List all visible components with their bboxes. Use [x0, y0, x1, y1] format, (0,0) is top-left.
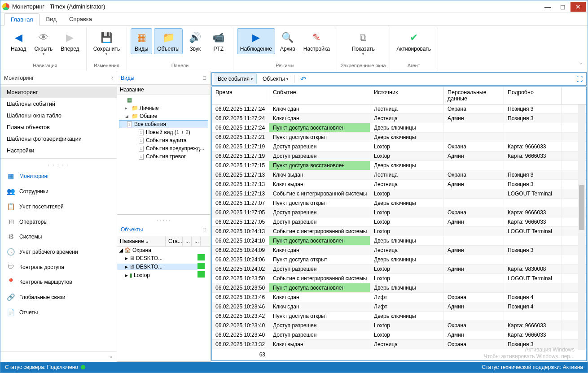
- fwd-button[interactable]: ▶Вперед: [57, 28, 82, 54]
- close-button[interactable]: ✕: [570, 2, 586, 12]
- object-row[interactable]: ▸▮Loxtop: [117, 271, 210, 279]
- subnav-item[interactable]: Шаблоны окна табло: [0, 110, 117, 121]
- archive-button[interactable]: 🔍Архив: [277, 28, 298, 54]
- all-events-dropdown[interactable]: Все события▾: [214, 74, 257, 84]
- ribbon-collapse-icon[interactable]: ⌃: [579, 62, 583, 68]
- show-button[interactable]: ⧉Показать▾: [349, 28, 378, 58]
- table-row[interactable]: 06.02.2025 10:23:40Доступ разрешенLoxtop…: [212, 330, 586, 340]
- table-row[interactable]: 06.02.2025 11:27:19Доступ разрешенLoxtop…: [212, 152, 586, 161]
- table-row[interactable]: 06.02.2025 10:23:32Ключ выданЛестницаОхр…: [212, 340, 586, 349]
- minimize-button[interactable]: —: [540, 2, 555, 12]
- tree-node[interactable]: ◢📁Общие: [119, 112, 208, 120]
- table-row[interactable]: 06.02.2025 11:27:24Ключ сданЛестницаАдми…: [212, 114, 586, 123]
- table-header-cell[interactable]: Персональные данные: [444, 87, 504, 104]
- table-row[interactable]: 06.02.2025 11:27:21Пункт доступа открытД…: [212, 133, 586, 142]
- back-button[interactable]: ◀Назад: [8, 28, 29, 54]
- table-row[interactable]: 06.02.2025 11:27:07Пункт доступа открытД…: [212, 199, 586, 208]
- table-row[interactable]: 06.02.2025 11:27:19Доступ разрешенLoxtop…: [212, 142, 586, 152]
- object-toggle-icon[interactable]: ▸: [125, 264, 128, 270]
- mainnav-item[interactable]: ⚙Системы: [0, 229, 117, 244]
- object-row[interactable]: ◢🏠Охрана: [117, 247, 210, 254]
- table-header-cell[interactable]: Источник: [370, 87, 444, 104]
- maximize-button[interactable]: ◻: [555, 2, 570, 12]
- object-toggle-icon[interactable]: ▸: [125, 272, 128, 278]
- objects-button[interactable]: 📁Объекты: [154, 28, 183, 54]
- views-col-name[interactable]: Название: [117, 85, 210, 95]
- table-row[interactable]: 06.02.2025 11:27:13Ключ выданЛестницаОхр…: [212, 170, 586, 180]
- watch-button[interactable]: ▶Наблюдение: [237, 28, 275, 54]
- tree-node[interactable]: 1Новый вид (1 + 2): [119, 128, 208, 136]
- table-row[interactable]: 06.02.2025 10:24:02Доступ разрешенLoxtop…: [212, 265, 586, 274]
- mainnav-item[interactable]: 👥Сотрудники: [0, 184, 117, 199]
- mainnav-item[interactable]: 🖥Операторы: [0, 214, 117, 229]
- table-row[interactable]: 06.02.2025 11:27:13Ключ выданЛестницаАдм…: [212, 180, 586, 189]
- menu-tab-2[interactable]: Справка: [63, 13, 98, 25]
- table-row[interactable]: 06.02.2025 10:23:40Доступ разрешенLoxtop…: [212, 321, 586, 330]
- object-row[interactable]: ▸🖥DESKTO...: [117, 254, 210, 262]
- table-row[interactable]: 06.02.2025 11:27:05Доступ разрешенLoxtop…: [212, 208, 586, 217]
- table-row[interactable]: 06.02.2025 10:24:06Пункт доступа открытД…: [212, 255, 586, 265]
- object-toggle-icon[interactable]: ▸: [125, 255, 128, 261]
- table-row[interactable]: 06.02.2025 10:24:10Пункт доступа восстан…: [212, 236, 586, 246]
- table-row[interactable]: 06.02.2025 10:23:42Пункт доступа открытД…: [212, 312, 586, 321]
- mainnav-item[interactable]: 🔗Глобальные связи: [0, 290, 117, 305]
- table-row[interactable]: 06.02.2025 10:23:50Пункт доступа восстан…: [212, 283, 586, 293]
- subnav-item[interactable]: Мониторинг: [0, 87, 117, 98]
- mainnav-item[interactable]: ▦Мониторинг: [0, 169, 117, 184]
- panel-splitter[interactable]: . . . . .: [117, 215, 210, 223]
- activate-button[interactable]: ✔Активировать: [394, 28, 434, 54]
- objects-col-status[interactable]: Ста...: [166, 236, 183, 246]
- undo-button[interactable]: ↶: [296, 73, 310, 86]
- table-row[interactable]: 06.02.2025 10:24:09Ключ сданЛестницаАдми…: [212, 246, 586, 255]
- collapse-left-icon[interactable]: ‹: [111, 74, 113, 81]
- objects-col-extra1[interactable]: ...: [183, 236, 192, 246]
- mainnav-item[interactable]: 🕓Учет рабочего времени: [0, 244, 117, 260]
- subnav-item[interactable]: Шаблоны событий: [0, 98, 117, 110]
- mainnav-item[interactable]: 📍Контроль маршрутов: [0, 274, 117, 290]
- tree-toggle-icon[interactable]: ▸: [125, 106, 130, 110]
- tree-node[interactable]: ▦: [119, 96, 208, 104]
- mainnav-item[interactable]: 📄Отчеты: [0, 305, 117, 320]
- views-panel-restore-icon[interactable]: ◻: [202, 75, 206, 81]
- sound-button[interactable]: 🔊Звук: [184, 28, 206, 54]
- tree-node[interactable]: 1События предупрежд...: [119, 144, 208, 152]
- mainnav-item[interactable]: 📋Учет посетителей: [0, 199, 117, 214]
- expand-nav-icon[interactable]: »: [0, 351, 117, 362]
- mainnav-item[interactable]: 🛡Контроль доступа: [0, 260, 117, 274]
- table-row[interactable]: 06.02.2025 11:27:24Пункт доступа восстан…: [212, 123, 586, 133]
- table-row[interactable]: 06.02.2025 11:27:15Пункт доступа восстан…: [212, 161, 586, 170]
- tree-toggle-icon[interactable]: ◢: [125, 114, 130, 118]
- table-row[interactable]: 06.02.2025 10:23:46Ключ сданЛифтОхранаПо…: [212, 293, 586, 302]
- table-row[interactable]: 06.02.2025 10:23:50Событие с интегрирова…: [212, 274, 586, 283]
- table-row[interactable]: 06.02.2025 11:27:05Доступ разрешенLoxtop…: [212, 217, 586, 227]
- objects-dropdown[interactable]: Объекты▾: [259, 74, 292, 84]
- table-header-cell[interactable]: Подробно: [504, 87, 562, 104]
- setup-button[interactable]: ✎Настройка: [300, 28, 333, 54]
- tree-node[interactable]: ▸📁Личные: [119, 104, 208, 112]
- menu-tab-1[interactable]: Вид: [39, 13, 63, 25]
- views-button[interactable]: ▦Виды: [131, 28, 152, 54]
- object-row[interactable]: ▸🖥DESKTO...: [117, 262, 210, 271]
- table-header-cell[interactable]: Время: [212, 87, 269, 104]
- object-toggle-icon[interactable]: ◢: [119, 247, 123, 253]
- save-button[interactable]: 💾Сохранить▾: [90, 28, 123, 58]
- subnav-item[interactable]: Шаблоны фотоверификации: [0, 133, 117, 145]
- ptz-button[interactable]: 📹PTZ: [208, 28, 229, 54]
- scrollbar[interactable]: [578, 104, 585, 350]
- subnav-item[interactable]: Настройки: [0, 145, 117, 156]
- table-row[interactable]: 06.02.2025 10:24:13Событие с интегрирова…: [212, 227, 586, 236]
- tree-node[interactable]: 1События тревог: [119, 152, 208, 160]
- hide-button[interactable]: 👁Скрыть▾: [31, 28, 56, 58]
- tree-node[interactable]: 1События аудита: [119, 136, 208, 144]
- fullscreen-icon[interactable]: ⛶: [575, 74, 584, 83]
- menu-tab-0[interactable]: Главная: [4, 13, 39, 26]
- table-body[interactable]: 06.02.2025 11:27:24Ключ сданЛестницаОхра…: [212, 104, 586, 350]
- objects-col-name[interactable]: Название▲: [117, 236, 166, 246]
- table-header-cell[interactable]: Событие: [269, 87, 370, 104]
- table-row[interactable]: 06.02.2025 11:27:24Ключ сданЛестницаОхра…: [212, 104, 586, 114]
- objects-panel-restore-icon[interactable]: ◻: [202, 226, 206, 232]
- table-row[interactable]: 06.02.2025 11:27:13Событие с интегрирова…: [212, 189, 586, 199]
- tree-node[interactable]: 1Все события: [119, 120, 208, 128]
- subnav-item[interactable]: Планы объектов: [0, 121, 117, 133]
- table-row[interactable]: 06.02.2025 10:23:46Ключ сданЛифтАдминПоз…: [212, 302, 586, 312]
